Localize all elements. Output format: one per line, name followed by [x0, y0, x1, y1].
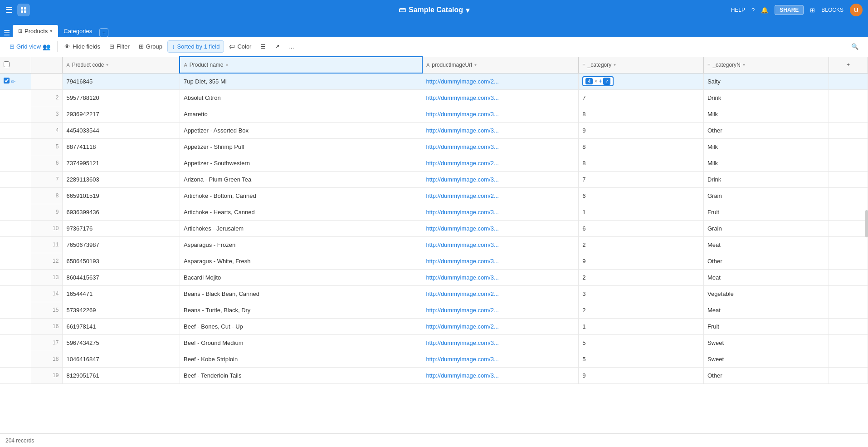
row-number: 15 [31, 302, 63, 318]
category-cell: 9 [579, 367, 704, 383]
tab-products[interactable]: ⊞ Products ▾ [13, 25, 58, 37]
tab-categories[interactable]: Categories [58, 25, 98, 37]
image-url-link[interactable]: http://dummyimage.com/3... [426, 127, 498, 134]
image-url-link[interactable]: http://dummyimage.com/3... [426, 372, 498, 379]
table-row: 117650673987Asparagus - Frozenhttp://dum… [0, 236, 868, 253]
image-url-link[interactable]: http://dummyimage.com/3... [426, 258, 498, 265]
image-url-link[interactable]: http://dummyimage.com/2... [426, 290, 498, 297]
filter-button[interactable]: ⊟ Filter [105, 41, 134, 52]
header-add-col[interactable]: + [829, 57, 868, 73]
image-url-link[interactable]: http://dummyimage.com/3... [426, 176, 498, 183]
category-n-type-icon: ≡ [707, 62, 710, 68]
row-number: 6 [31, 155, 63, 171]
row-height-button[interactable]: ☰ [256, 41, 270, 52]
row-checkbox-cell[interactable] [0, 367, 31, 383]
row-checkbox-cell[interactable] [0, 138, 31, 155]
product-name-cell: Appetizer - Southwestern [180, 155, 422, 171]
image-url-link[interactable]: http://dummyimage.com/3... [426, 339, 498, 346]
row-checkbox-cell[interactable] [0, 106, 31, 122]
row-checkbox-cell[interactable] [0, 302, 31, 318]
image-url-link[interactable]: http://dummyimage.com/3... [426, 225, 498, 232]
header-product-code[interactable]: A Product code ▾ [63, 57, 180, 73]
image-url-link[interactable]: http://dummyimage.com/2... [426, 192, 498, 199]
product-name-dropdown-icon[interactable]: ▾ [226, 63, 228, 68]
product-name-cell: Bacardi Mojito [180, 269, 422, 285]
product-code-cell: 2289113603 [63, 171, 180, 187]
row-checkbox-cell[interactable] [0, 236, 31, 253]
row-checkbox-cell[interactable] [0, 285, 31, 302]
blocks-icon[interactable]: ⊞ [810, 7, 815, 14]
sort-remove-icon[interactable]: × [594, 78, 597, 84]
sort-check-icon[interactable]: ✓ [603, 78, 610, 85]
category-dropdown-icon[interactable]: ▾ [614, 62, 616, 67]
share-button[interactable]: SHARE [775, 5, 804, 15]
sort-button[interactable]: ↕ Sorted by 1 field [167, 40, 224, 53]
image-url-link[interactable]: http://dummyimage.com/3... [426, 94, 498, 101]
row-checkbox[interactable] [4, 78, 10, 84]
header-category-n[interactable]: ≡ _categoryN ▾ [703, 57, 829, 73]
header-image-url[interactable]: A productImageUrl ▾ [422, 57, 579, 73]
category-type-icon: ≡ [582, 62, 585, 68]
row-number: 9 [31, 204, 63, 220]
row-checkbox-cell[interactable] [0, 155, 31, 171]
search-button[interactable]: 🔍 [847, 41, 863, 52]
hamburger-menu[interactable]: ☰ [5, 5, 13, 15]
edit-row-icon[interactable]: ✏ [11, 79, 15, 85]
category-cell: 6 [579, 187, 704, 204]
scroll-indicator[interactable] [865, 210, 868, 237]
header-checkbox-col[interactable] [0, 57, 31, 73]
row-checkbox-cell[interactable] [0, 89, 31, 106]
help-icon[interactable]: ? [751, 7, 755, 14]
user-avatar[interactable]: U [850, 4, 863, 16]
add-field-icon[interactable]: + [847, 62, 850, 68]
image-url-link[interactable]: http://dummyimage.com/2... [426, 160, 498, 167]
image-url-link[interactable]: http://dummyimage.com/3... [426, 111, 498, 118]
row-checkbox-cell[interactable] [0, 220, 31, 236]
view-toggle-button[interactable]: ⊞ Grid view 👥 [5, 41, 54, 53]
image-url-link[interactable]: http://dummyimage.com/3... [426, 274, 498, 281]
catalog-dropdown-icon[interactable]: ▾ [466, 6, 469, 15]
row-checkbox-cell[interactable] [0, 269, 31, 285]
table-row: 86659101519Artichoke - Bottom, Cannedhtt… [0, 187, 868, 204]
group-button[interactable]: ⊞ Group [135, 41, 166, 52]
share-view-button[interactable]: ↗ [271, 41, 284, 52]
image-url-link[interactable]: http://dummyimage.com/2... [426, 78, 498, 85]
image-url-link[interactable]: http://dummyimage.com/2... [426, 307, 498, 314]
row-checkbox-cell[interactable] [0, 204, 31, 220]
tab-categories-label: Categories [63, 28, 92, 34]
row-checkbox-cell[interactable] [0, 318, 31, 334]
image-url-link[interactable]: http://dummyimage.com/2... [426, 323, 498, 330]
image-url-link[interactable]: http://dummyimage.com/3... [426, 143, 498, 150]
header-category[interactable]: ≡ _category ▾ [579, 57, 704, 73]
row-checkbox-cell[interactable] [0, 253, 31, 269]
color-button[interactable]: 🏷 Color [225, 41, 255, 52]
table-row: 5887741118Appetizer - Shrimp Puffhttp://… [0, 138, 868, 155]
image-url-link[interactable]: http://dummyimage.com/3... [426, 209, 498, 216]
add-row-cell [829, 73, 868, 89]
category-n-dropdown-icon[interactable]: ▾ [743, 62, 745, 67]
image-url-cell: http://dummyimage.com/2... [422, 155, 579, 171]
select-all-checkbox[interactable] [4, 61, 10, 67]
row-checkbox-cell[interactable] [0, 351, 31, 367]
product-code-dropdown-icon[interactable]: ▾ [106, 62, 108, 67]
image-url-link[interactable]: http://dummyimage.com/3... [426, 241, 498, 248]
row-checkbox-cell[interactable] [0, 187, 31, 204]
image-url-dropdown-icon[interactable]: ▾ [474, 62, 477, 67]
add-table-button[interactable]: + [99, 28, 108, 37]
more-button[interactable]: ... [285, 41, 298, 52]
blocks-label[interactable]: BLOCKS [821, 7, 844, 13]
sort-add-icon[interactable]: + [599, 78, 602, 84]
row-checkbox-cell[interactable]: ✏ [0, 73, 31, 89]
tab-products-dropdown[interactable]: ▾ [50, 28, 53, 34]
row-checkbox-cell[interactable] [0, 171, 31, 187]
sidebar-toggle[interactable]: ☰ [4, 29, 10, 37]
header-product-name[interactable]: A Product name ▾ [180, 57, 422, 73]
notification-icon[interactable]: 🔔 [761, 7, 768, 14]
row-checkbox-cell[interactable] [0, 122, 31, 138]
table-row: 16661978141Beef - Bones, Cut - Uphttp://… [0, 318, 868, 334]
table-row: 32936942217Amarettohttp://dummyimage.com… [0, 106, 868, 122]
hide-fields-button[interactable]: 👁 Hide fields [60, 41, 104, 52]
image-url-link[interactable]: http://dummyimage.com/3... [426, 356, 498, 363]
help-link[interactable]: HELP [731, 7, 745, 13]
row-checkbox-cell[interactable] [0, 334, 31, 351]
